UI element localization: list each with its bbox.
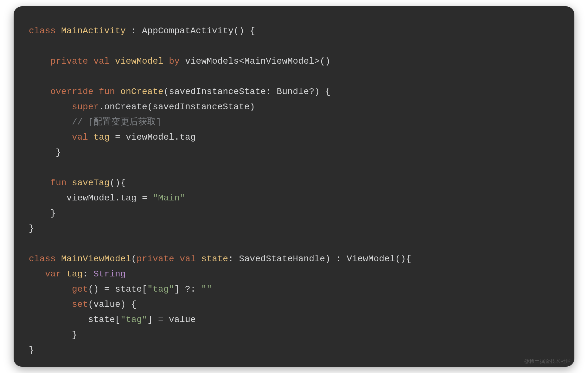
code-token: onCreate xyxy=(120,87,163,97)
code-line: } xyxy=(29,208,56,218)
code-token xyxy=(56,26,61,36)
code-token: MainActivity xyxy=(61,26,126,36)
code-token: val xyxy=(180,254,196,264)
code-token: viewModels<MainViewModel>() xyxy=(180,56,330,66)
code-token: : xyxy=(83,269,93,279)
code-token: super xyxy=(72,102,99,112)
code-token: private xyxy=(50,56,88,66)
code-line: super.onCreate(savedInstanceState) xyxy=(29,102,255,112)
code-token: private xyxy=(137,254,174,264)
code-token: String xyxy=(93,269,126,279)
code-token xyxy=(67,178,72,188)
code-token: val xyxy=(72,132,88,142)
code-token: : SavedStateHandle) : ViewModel(){ xyxy=(228,254,411,264)
code-token xyxy=(110,56,115,66)
code-token: ] = value xyxy=(147,315,196,325)
code-line: class MainViewModel(private val state: S… xyxy=(29,254,411,264)
code-token: // [配置变更后获取] xyxy=(72,117,161,127)
code-token: tag xyxy=(67,269,83,279)
code-block: class MainActivity : AppCompatActivity()… xyxy=(14,6,574,373)
code-token: } xyxy=(29,148,61,157)
code-token xyxy=(29,284,72,294)
code-token: (savedInstanceState: Bundle?) { xyxy=(163,87,330,97)
code-token: val xyxy=(93,56,110,66)
code-line: viewModel.tag = "Main" xyxy=(29,193,185,203)
code-line: override fun onCreate(savedInstanceState… xyxy=(29,87,330,97)
code-token xyxy=(93,87,99,97)
stage: class MainActivity : AppCompatActivity()… xyxy=(0,0,588,373)
code-token: (value) { xyxy=(88,300,137,309)
code-token: : AppCompatActivity() { xyxy=(126,26,255,36)
code-token xyxy=(29,102,72,112)
code-token xyxy=(88,132,93,142)
code-token: ] ?: xyxy=(174,284,201,294)
code-token xyxy=(163,56,169,66)
code-line: } xyxy=(29,330,77,340)
code-token: class xyxy=(29,254,56,264)
code-token: fun xyxy=(99,87,115,97)
code-token xyxy=(29,56,50,66)
code-line: get() = state["tag"] ?: "" xyxy=(29,284,212,294)
code-token: class xyxy=(29,26,56,36)
code-token: = viewModel.tag xyxy=(110,132,196,142)
code-token: ( xyxy=(131,254,137,264)
code-token: } xyxy=(29,330,77,340)
code-token: } xyxy=(29,208,56,218)
code-token: override xyxy=(50,87,93,97)
code-token xyxy=(29,300,72,309)
code-token xyxy=(29,178,50,188)
code-line: } xyxy=(29,148,61,157)
code-token: "tag" xyxy=(147,284,174,294)
code-token: MainViewModel xyxy=(61,254,131,264)
code-line: private val viewModel by viewModels<Main… xyxy=(29,56,330,66)
code-line: var tag: String xyxy=(29,269,126,279)
code-token: by xyxy=(169,56,180,66)
code-token: viewModel.tag = xyxy=(29,193,153,203)
code-token xyxy=(29,269,45,279)
code-line: fun saveTag(){ xyxy=(29,178,126,188)
code-token: "tag" xyxy=(120,315,147,325)
code-token: var xyxy=(45,269,61,279)
code-token: state[ xyxy=(29,315,120,325)
code-token xyxy=(196,254,201,264)
code-token: } xyxy=(29,224,34,233)
code-token: state xyxy=(201,254,228,264)
code-token xyxy=(56,254,61,264)
code-token xyxy=(29,132,72,142)
code-token: .onCreate(savedInstanceState) xyxy=(99,102,255,112)
code-token xyxy=(88,56,93,66)
code-token xyxy=(174,254,180,264)
code-line: } xyxy=(29,224,34,233)
code-token: get xyxy=(72,284,88,294)
code-token xyxy=(61,269,67,279)
code-token xyxy=(115,87,120,97)
code-card: class MainActivity : AppCompatActivity()… xyxy=(14,6,574,367)
code-token: (){ xyxy=(110,178,126,188)
code-token: viewModel xyxy=(115,56,163,66)
code-line: // [配置变更后获取] xyxy=(29,117,161,127)
watermark: @稀土掘金技术社区 xyxy=(524,358,571,365)
code-token: } xyxy=(29,345,34,355)
code-line: set(value) { xyxy=(29,300,137,309)
code-line: } xyxy=(29,345,34,355)
code-token xyxy=(29,87,50,97)
code-token: saveTag xyxy=(72,178,110,188)
code-token: fun xyxy=(50,178,67,188)
code-line: class MainActivity : AppCompatActivity()… xyxy=(29,26,255,36)
code-line: state["tag"] = value xyxy=(29,315,196,325)
code-token: "" xyxy=(201,284,212,294)
code-token: set xyxy=(72,300,88,309)
code-line: val tag = viewModel.tag xyxy=(29,132,196,142)
code-token: "Main" xyxy=(153,193,185,203)
code-token xyxy=(29,117,72,127)
code-token: tag xyxy=(93,132,110,142)
code-token: () = state[ xyxy=(88,284,147,294)
